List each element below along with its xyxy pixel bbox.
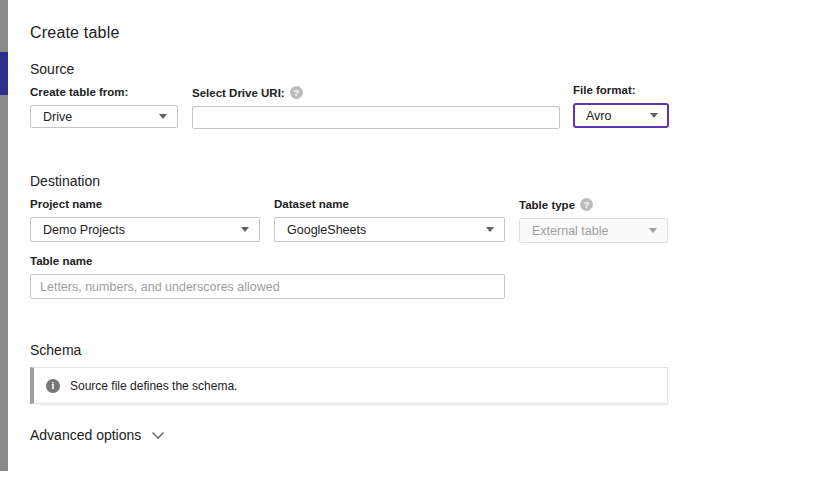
table-type-value: External table (532, 224, 608, 238)
dataset-name-value: GoogleSheets (287, 223, 366, 237)
file-format-select[interactable]: Avro (573, 103, 669, 128)
table-type-field: Table type ? External table (519, 198, 668, 243)
file-format-value: Avro (586, 109, 611, 123)
project-name-field: Project name Demo Projects (30, 198, 260, 242)
create-table-dialog: Create table Source Create table from: D… (0, 0, 821, 477)
table-type-label: Table type ? (519, 198, 668, 211)
table-name-input[interactable] (30, 274, 505, 299)
dropdown-arrow-icon (241, 227, 249, 232)
info-icon: i (46, 379, 60, 393)
advanced-options-toggle[interactable]: Advanced options (30, 427, 165, 443)
table-type-label-text: Table type (519, 199, 575, 211)
table-name-field: Table name (30, 255, 505, 299)
drive-uri-input[interactable] (192, 106, 560, 129)
create-table-from-label: Create table from: (30, 86, 178, 98)
dataset-name-field: Dataset name GoogleSheets (274, 198, 505, 242)
dropdown-arrow-icon (650, 113, 658, 118)
background-nav-highlight (0, 52, 8, 95)
project-name-label: Project name (30, 198, 260, 210)
help-icon[interactable]: ? (290, 86, 303, 99)
project-name-value: Demo Projects (43, 223, 125, 237)
table-type-select: External table (519, 218, 668, 243)
dataset-name-select[interactable]: GoogleSheets (274, 217, 505, 242)
dropdown-arrow-icon (486, 227, 494, 232)
dialog-title: Create table (30, 24, 120, 42)
dropdown-arrow-icon (649, 228, 657, 233)
create-table-from-select[interactable]: Drive (30, 105, 178, 128)
dataset-name-label: Dataset name (274, 198, 505, 210)
drive-uri-label-text: Select Drive URI: (192, 87, 285, 99)
source-section-heading: Source (30, 61, 74, 77)
file-format-label: File format: (573, 84, 669, 96)
background-app-edge (0, 0, 8, 471)
table-name-label: Table name (30, 255, 505, 267)
schema-info-text: Source file defines the schema. (70, 379, 237, 393)
create-table-from-field: Create table from: Drive (30, 86, 178, 128)
file-format-field: File format: Avro (573, 84, 669, 128)
drive-uri-field: Select Drive URI: ? (192, 86, 560, 129)
schema-section-heading: Schema (30, 342, 81, 358)
dialog-panel: Create table Source Create table from: D… (8, 0, 821, 477)
schema-info-banner: i Source file defines the schema. (30, 367, 668, 404)
chevron-down-icon (151, 431, 165, 440)
help-icon[interactable]: ? (580, 198, 593, 211)
drive-uri-label: Select Drive URI: ? (192, 86, 560, 99)
dropdown-arrow-icon (159, 114, 167, 119)
project-name-select[interactable]: Demo Projects (30, 217, 260, 242)
destination-section-heading: Destination (30, 173, 100, 189)
advanced-options-label: Advanced options (30, 427, 141, 443)
create-table-from-value: Drive (43, 110, 72, 124)
